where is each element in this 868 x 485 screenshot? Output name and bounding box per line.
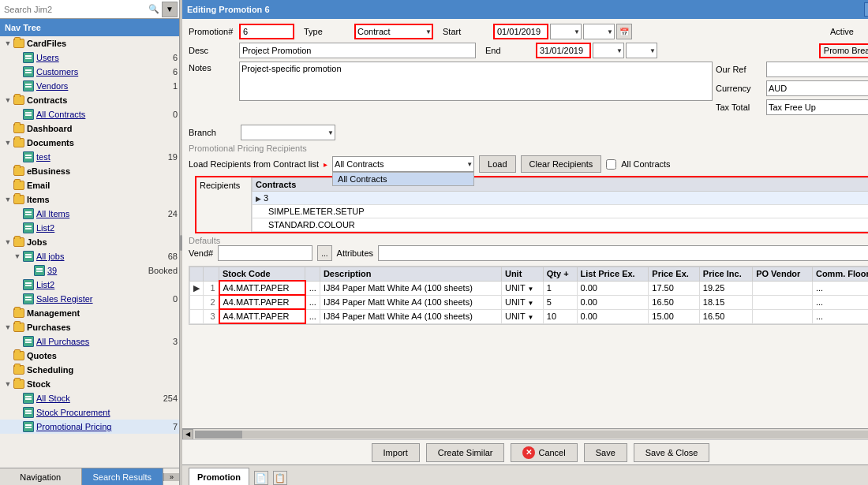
promotion-num-input[interactable]: [239, 24, 294, 39]
restore-button[interactable]: 🗗: [864, 2, 868, 17]
sidebar-item-purchases[interactable]: ▼ Purchases: [0, 320, 179, 334]
sidebar-item-test[interactable]: test 19: [0, 150, 179, 164]
save-close-button[interactable]: Save & Close: [634, 443, 710, 462]
qty-3: 10: [543, 309, 577, 323]
table-icon: [22, 392, 35, 405]
tab-navigation[interactable]: Navigation: [0, 468, 82, 485]
end-year-select[interactable]: [626, 43, 657, 58]
scroll-track[interactable]: [195, 431, 868, 438]
sidebar-item-list2-items[interactable]: List2: [0, 221, 179, 235]
sidebar-item-ebusiness[interactable]: eBusiness: [0, 164, 179, 178]
start-month-select[interactable]: [550, 24, 582, 39]
desc-btn-3[interactable]: ...: [305, 309, 320, 323]
sidebar-item-all-items[interactable]: All Items 24: [0, 207, 179, 221]
col-price-inc: Price Inc.: [699, 267, 752, 282]
sidebar-item-users[interactable]: Users 6: [0, 50, 179, 65]
tab-search-results[interactable]: Search Results: [82, 468, 164, 485]
table-row[interactable]: ▶ 1 A4.MATT.PAPER ... IJ84 Paper Matt Wh…: [190, 281, 869, 295]
search-input[interactable]: [2, 4, 146, 15]
create-similar-button[interactable]: Create Similar: [426, 443, 505, 462]
sidebar-item-quotes[interactable]: Quotes: [0, 349, 179, 363]
sidebar-item-all-contracts[interactable]: All Contracts 0: [0, 107, 179, 121]
branch-row: Branch ▼: [182, 123, 868, 142]
import-button[interactable]: Import: [372, 443, 420, 462]
vend-label: Vend#: [189, 248, 213, 258]
sidebar-item-all-stock[interactable]: All Stock 254: [0, 391, 179, 405]
desc-btn-2[interactable]: ...: [305, 295, 320, 309]
col-unit: Unit: [501, 267, 543, 282]
search-icon[interactable]: 🔍: [146, 2, 162, 17]
list-price-2: 0.00: [577, 295, 649, 309]
folder-icon: [13, 321, 25, 334]
vend-dotted-button[interactable]: ...: [317, 245, 331, 261]
table-row[interactable]: STANDARD.COLOUR: [253, 218, 869, 232]
sidebar-item-vendors[interactable]: Vendors 1: [0, 79, 179, 93]
table-icon: [33, 264, 46, 277]
qty-1: 1: [543, 281, 577, 295]
search-button[interactable]: ▼: [162, 2, 178, 17]
branch-select[interactable]: [241, 125, 335, 140]
table-row[interactable]: SIMPLE.METER.SETUP: [253, 205, 869, 218]
toggle-icon: ▼: [3, 96, 13, 104]
sidebar-item-jobs[interactable]: ▼ Jobs: [0, 235, 179, 249]
defaults-section: Defaults Vend# ... Attributes ...: [182, 233, 868, 266]
start-year-select[interactable]: [583, 24, 615, 39]
dropdown-item-all-contracts[interactable]: All Contracts: [333, 173, 473, 185]
sidebar-item-customers[interactable]: Customers 6: [0, 65, 179, 79]
table-icon: [22, 420, 35, 433]
attributes-input[interactable]: [378, 245, 868, 261]
cancel-icon: ✕: [522, 446, 535, 459]
sidebar-item-promotional-pricing[interactable]: Promotional Pricing 7: [0, 420, 179, 434]
sidebar-item-stock-procurement[interactable]: Stock Procurement: [0, 405, 179, 420]
unit-2: UNIT ▼: [501, 295, 543, 309]
end-date-input[interactable]: [536, 43, 591, 58]
contracts-expand-cell: ▶ 3: [253, 192, 869, 205]
description-2: IJ84 Paper Matt White A4 (100 sheets): [320, 295, 501, 309]
table-row[interactable]: 2 A4.MATT.PAPER ... IJ84 Paper Matt Whit…: [190, 295, 869, 309]
end-month-select[interactable]: [593, 43, 624, 58]
all-contracts-checkbox[interactable]: [606, 159, 616, 170]
sidebar-item-contracts[interactable]: ▼ Contracts: [0, 93, 179, 107]
currency-select[interactable]: AUD: [766, 80, 868, 96]
sidebar-item-email[interactable]: Email: [0, 178, 179, 192]
col-comm-floor: Comm. Floor $: [812, 267, 868, 282]
sidebar-item-dashboard[interactable]: Dashboard: [0, 121, 179, 136]
cancel-button[interactable]: ✕ Cancel: [511, 443, 577, 462]
clear-recipients-button[interactable]: Clear Recipients: [521, 155, 602, 173]
sidebar-item-jobs-39[interactable]: 39 Booked: [0, 263, 179, 278]
table-row[interactable]: ▶ 3: [253, 192, 869, 205]
tab-icon-1[interactable]: 📄: [254, 471, 268, 485]
tab-icon-2[interactable]: 📋: [273, 471, 287, 485]
sidebar-item-scheduling[interactable]: Scheduling: [0, 363, 179, 377]
desc-btn-1[interactable]: ...: [305, 281, 320, 295]
contract-list-select[interactable]: All Contracts: [332, 156, 474, 172]
scroll-thumb[interactable]: [195, 431, 242, 438]
notes-textarea[interactable]: Project-specific promotion: [239, 62, 713, 101]
row-arrow-1: ▶: [190, 281, 204, 295]
sidebar-item-items[interactable]: ▼ Items: [0, 192, 179, 207]
expand-sidebar-icon[interactable]: »: [163, 473, 179, 481]
desc-input[interactable]: [239, 43, 476, 58]
table-row[interactable]: 3 A4.MATT.PAPER ... IJ84 Paper Matt Whit…: [190, 309, 869, 323]
sidebar-item-documents[interactable]: ▼ Documents: [0, 136, 179, 150]
sidebar-item-stock[interactable]: ▼ Stock: [0, 377, 179, 391]
type-select[interactable]: Contract: [354, 24, 433, 39]
table-icon: [22, 278, 35, 291]
load-button[interactable]: Load: [479, 155, 515, 173]
sidebar-item-sales-register[interactable]: Sales Register 0: [0, 292, 179, 306]
sidebar-item-cardfiles[interactable]: ▼ CardFiles: [0, 36, 179, 50]
horizontal-scrollbar[interactable]: ◀ ▶: [182, 428, 868, 439]
our-ref-input[interactable]: [766, 62, 868, 77]
tab-promotion[interactable]: Promotion: [189, 468, 249, 485]
sidebar-item-all-purchases[interactable]: All Purchases 3: [0, 334, 179, 349]
start-date-input[interactable]: [493, 24, 548, 39]
vend-input[interactable]: [218, 245, 312, 261]
sidebar-item-list2-jobs[interactable]: List2: [0, 278, 179, 292]
sidebar-item-management[interactable]: Management: [0, 306, 179, 320]
scroll-left-button[interactable]: ◀: [182, 429, 193, 440]
calendar-button[interactable]: 📅: [616, 24, 632, 39]
sidebar-item-all-jobs[interactable]: ▼ All jobs 68: [0, 249, 179, 263]
tax-total-select[interactable]: Tax Free Up: [766, 99, 868, 115]
save-button[interactable]: Save: [584, 443, 627, 462]
col-arrow: [190, 267, 204, 282]
